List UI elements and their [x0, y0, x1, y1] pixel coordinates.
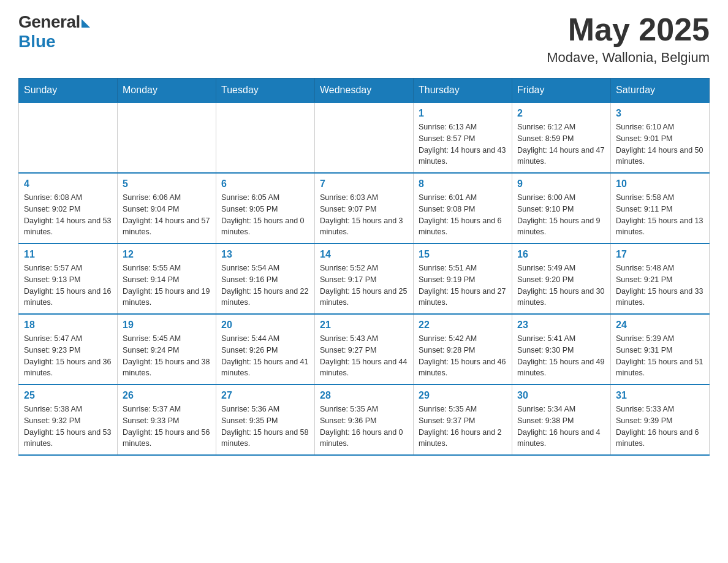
day-cell: 23Sunrise: 5:41 AM Sunset: 9:30 PM Dayli… — [512, 314, 611, 385]
week-row-1: 1Sunrise: 6:13 AM Sunset: 8:57 PM Daylig… — [19, 102, 710, 173]
day-info: Sunrise: 5:34 AM Sunset: 9:38 PM Dayligh… — [517, 404, 605, 450]
day-number: 28 — [320, 390, 408, 401]
day-number: 20 — [221, 320, 309, 331]
day-cell: 25Sunrise: 5:38 AM Sunset: 9:32 PM Dayli… — [19, 385, 118, 455]
day-info: Sunrise: 5:35 AM Sunset: 9:37 PM Dayligh… — [419, 404, 507, 450]
day-cell: 20Sunrise: 5:44 AM Sunset: 9:26 PM Dayli… — [216, 314, 315, 385]
day-number: 2 — [517, 108, 605, 119]
header-cell-thursday: Thursday — [414, 79, 512, 103]
day-number: 18 — [24, 320, 112, 331]
week-row-3: 11Sunrise: 5:57 AM Sunset: 9:13 PM Dayli… — [19, 243, 710, 314]
day-cell: 22Sunrise: 5:42 AM Sunset: 9:28 PM Dayli… — [414, 314, 512, 385]
day-number: 17 — [616, 249, 704, 260]
day-cell: 5Sunrise: 6:06 AM Sunset: 9:04 PM Daylig… — [118, 173, 216, 243]
day-info: Sunrise: 5:38 AM Sunset: 9:32 PM Dayligh… — [24, 404, 112, 450]
day-cell: 17Sunrise: 5:48 AM Sunset: 9:21 PM Dayli… — [611, 243, 710, 314]
day-info: Sunrise: 6:01 AM Sunset: 9:08 PM Dayligh… — [419, 192, 507, 238]
header-cell-sunday: Sunday — [19, 79, 118, 103]
header-cell-saturday: Saturday — [611, 79, 710, 103]
day-number: 3 — [616, 108, 704, 119]
day-cell: 2Sunrise: 6:12 AM Sunset: 8:59 PM Daylig… — [512, 102, 611, 173]
day-info: Sunrise: 5:42 AM Sunset: 9:28 PM Dayligh… — [419, 333, 507, 379]
day-cell — [315, 102, 414, 173]
day-number: 5 — [123, 178, 211, 190]
day-info: Sunrise: 5:47 AM Sunset: 9:23 PM Dayligh… — [24, 333, 112, 379]
day-number: 23 — [517, 320, 605, 331]
day-cell: 1Sunrise: 6:13 AM Sunset: 8:57 PM Daylig… — [414, 102, 512, 173]
day-cell: 14Sunrise: 5:52 AM Sunset: 9:17 PM Dayli… — [315, 243, 414, 314]
logo: General Blue — [18, 12, 90, 52]
day-number: 22 — [419, 320, 507, 331]
day-info: Sunrise: 5:51 AM Sunset: 9:19 PM Dayligh… — [419, 262, 507, 308]
day-info: Sunrise: 5:49 AM Sunset: 9:20 PM Dayligh… — [517, 262, 605, 308]
day-cell: 31Sunrise: 5:33 AM Sunset: 9:39 PM Dayli… — [611, 385, 710, 455]
day-info: Sunrise: 5:43 AM Sunset: 9:27 PM Dayligh… — [320, 333, 408, 379]
day-cell: 27Sunrise: 5:36 AM Sunset: 9:35 PM Dayli… — [216, 385, 315, 455]
day-info: Sunrise: 5:54 AM Sunset: 9:16 PM Dayligh… — [221, 262, 309, 308]
day-cell: 29Sunrise: 5:35 AM Sunset: 9:37 PM Dayli… — [414, 385, 512, 455]
logo-arrow-icon — [82, 19, 90, 28]
day-cell: 24Sunrise: 5:39 AM Sunset: 9:31 PM Dayli… — [611, 314, 710, 385]
day-info: Sunrise: 6:10 AM Sunset: 9:01 PM Dayligh… — [616, 121, 704, 167]
day-info: Sunrise: 6:12 AM Sunset: 8:59 PM Dayligh… — [517, 121, 605, 167]
day-info: Sunrise: 6:06 AM Sunset: 9:04 PM Dayligh… — [123, 192, 211, 238]
calendar-header: SundayMondayTuesdayWednesdayThursdayFrid… — [19, 79, 710, 103]
header-cell-monday: Monday — [118, 79, 216, 103]
day-cell: 12Sunrise: 5:55 AM Sunset: 9:14 PM Dayli… — [118, 243, 216, 314]
day-number: 9 — [517, 178, 605, 190]
calendar-body: 1Sunrise: 6:13 AM Sunset: 8:57 PM Daylig… — [19, 102, 710, 455]
day-number: 8 — [419, 178, 507, 190]
day-info: Sunrise: 5:33 AM Sunset: 9:39 PM Dayligh… — [616, 404, 704, 450]
week-row-5: 25Sunrise: 5:38 AM Sunset: 9:32 PM Dayli… — [19, 385, 710, 455]
day-cell: 26Sunrise: 5:37 AM Sunset: 9:33 PM Dayli… — [118, 385, 216, 455]
day-number: 10 — [616, 178, 704, 190]
logo-blue-text: Blue — [18, 32, 56, 52]
day-number: 11 — [24, 249, 112, 260]
header-cell-tuesday: Tuesday — [216, 79, 315, 103]
day-number: 26 — [123, 390, 211, 401]
week-row-2: 4Sunrise: 6:08 AM Sunset: 9:02 PM Daylig… — [19, 173, 710, 243]
day-info: Sunrise: 5:55 AM Sunset: 9:14 PM Dayligh… — [123, 262, 211, 308]
day-cell: 18Sunrise: 5:47 AM Sunset: 9:23 PM Dayli… — [19, 314, 118, 385]
day-number: 30 — [517, 390, 605, 401]
header-cell-friday: Friday — [512, 79, 611, 103]
day-info: Sunrise: 6:03 AM Sunset: 9:07 PM Dayligh… — [320, 192, 408, 238]
day-number: 1 — [419, 108, 507, 119]
day-info: Sunrise: 6:13 AM Sunset: 8:57 PM Dayligh… — [419, 121, 507, 167]
location-subtitle: Modave, Wallonia, Belgium — [547, 50, 710, 66]
day-info: Sunrise: 5:36 AM Sunset: 9:35 PM Dayligh… — [221, 404, 309, 450]
day-info: Sunrise: 5:45 AM Sunset: 9:24 PM Dayligh… — [123, 333, 211, 379]
day-info: Sunrise: 6:08 AM Sunset: 9:02 PM Dayligh… — [24, 192, 112, 238]
week-row-4: 18Sunrise: 5:47 AM Sunset: 9:23 PM Dayli… — [19, 314, 710, 385]
day-info: Sunrise: 5:35 AM Sunset: 9:36 PM Dayligh… — [320, 404, 408, 450]
page-header: General Blue May 2025 Modave, Wallonia, … — [18, 12, 710, 66]
header-row: SundayMondayTuesdayWednesdayThursdayFrid… — [19, 79, 710, 103]
day-number: 24 — [616, 320, 704, 331]
header-cell-wednesday: Wednesday — [315, 79, 414, 103]
day-number: 27 — [221, 390, 309, 401]
day-cell: 28Sunrise: 5:35 AM Sunset: 9:36 PM Dayli… — [315, 385, 414, 455]
day-cell: 11Sunrise: 5:57 AM Sunset: 9:13 PM Dayli… — [19, 243, 118, 314]
day-info: Sunrise: 5:41 AM Sunset: 9:30 PM Dayligh… — [517, 333, 605, 379]
day-cell: 4Sunrise: 6:08 AM Sunset: 9:02 PM Daylig… — [19, 173, 118, 243]
day-number: 4 — [24, 178, 112, 190]
day-number: 14 — [320, 249, 408, 260]
day-info: Sunrise: 6:05 AM Sunset: 9:05 PM Dayligh… — [221, 192, 309, 238]
day-number: 7 — [320, 178, 408, 190]
day-info: Sunrise: 5:57 AM Sunset: 9:13 PM Dayligh… — [24, 262, 112, 308]
day-cell: 8Sunrise: 6:01 AM Sunset: 9:08 PM Daylig… — [414, 173, 512, 243]
day-cell: 30Sunrise: 5:34 AM Sunset: 9:38 PM Dayli… — [512, 385, 611, 455]
day-info: Sunrise: 5:52 AM Sunset: 9:17 PM Dayligh… — [320, 262, 408, 308]
day-number: 15 — [419, 249, 507, 260]
day-cell — [216, 102, 315, 173]
logo-general-text: General — [18, 12, 80, 32]
day-info: Sunrise: 5:44 AM Sunset: 9:26 PM Dayligh… — [221, 333, 309, 379]
month-year-title: May 2025 — [547, 12, 710, 47]
title-section: May 2025 Modave, Wallonia, Belgium — [547, 12, 710, 66]
day-number: 29 — [419, 390, 507, 401]
day-info: Sunrise: 5:58 AM Sunset: 9:11 PM Dayligh… — [616, 192, 704, 238]
day-number: 31 — [616, 390, 704, 401]
day-number: 16 — [517, 249, 605, 260]
day-number: 25 — [24, 390, 112, 401]
day-cell: 13Sunrise: 5:54 AM Sunset: 9:16 PM Dayli… — [216, 243, 315, 314]
